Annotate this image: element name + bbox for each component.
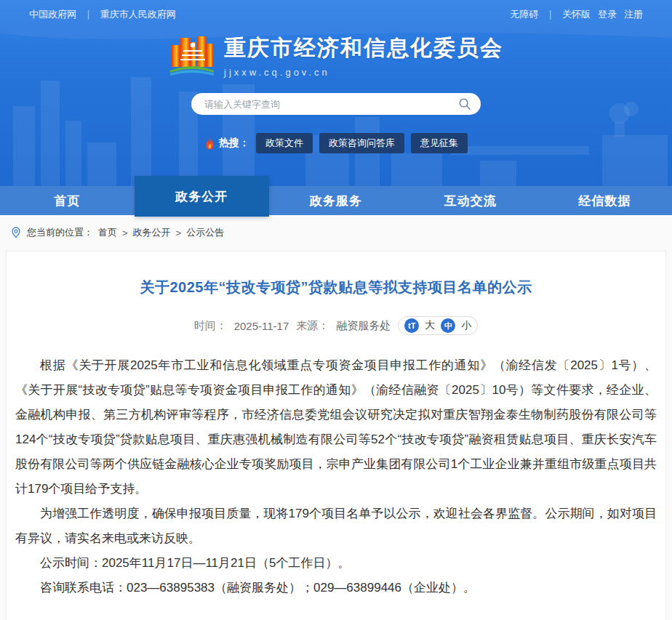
nav-item-gov-disclosure[interactable]: 政务公开 xyxy=(135,176,269,217)
link-care-version[interactable]: 关怀版 xyxy=(562,8,591,21)
nav-item-economic-data[interactable]: 经信数据 xyxy=(537,186,672,215)
topbar-separator: ｜ xyxy=(84,8,93,21)
site-title: 重庆市经济和信息化委员会 xyxy=(224,33,503,63)
main-nav: 首页 政务公开 政务服务 互动交流 经信数据 xyxy=(0,186,672,215)
breadcrumb-prefix: 您当前的位置： xyxy=(27,226,93,239)
top-utility-bar: 中国政府网 ｜ 重庆市人民政府网 无障碍 ｜ 关怀版 登录 注册 xyxy=(0,0,672,29)
search-row xyxy=(0,93,672,115)
topbar-separator: ｜ xyxy=(545,8,555,21)
breadcrumb-public-notices[interactable]: 公示公告 xyxy=(186,226,224,239)
topbar-right-links: 无障碍 ｜ 关怀版 登录 注册 xyxy=(510,8,643,21)
paragraph: 根据《关于开展2025年市工业和信息化领域重点专项资金项目申报工作的通知》（渝经… xyxy=(15,353,657,502)
hot-link-policy-qa[interactable]: 政策咨询问答库 xyxy=(319,133,404,153)
article-body: 根据《关于开展2025年市工业和信息化领域重点专项资金项目申报工作的通知》（渝经… xyxy=(15,353,657,600)
font-size-widget: tT 大 中 小 xyxy=(398,316,478,335)
link-chongqing-gov[interactable]: 重庆市人民政府网 xyxy=(100,8,176,21)
font-size-small-button[interactable]: 小 xyxy=(461,319,471,332)
link-china-gov[interactable]: 中国政府网 xyxy=(29,8,76,21)
site-header: 中国政府网 ｜ 重庆市人民政府网 无障碍 ｜ 关怀版 登录 注册 xyxy=(0,0,672,186)
breadcrumb-separator: > xyxy=(122,228,128,238)
article-meta: 时间： 2025-11-17 来源： 融资服务处 tT 大 中 小 xyxy=(15,316,657,335)
nav-item-home[interactable]: 首页 xyxy=(0,186,135,215)
search-input[interactable] xyxy=(203,98,457,110)
font-size-medium-button[interactable]: 中 xyxy=(441,318,455,333)
location-pin-icon xyxy=(10,227,22,238)
site-brand: 重庆市经济和信息化委员会 jjxxw.cq.gov.cn xyxy=(0,33,672,78)
font-size-large-button[interactable]: 大 xyxy=(425,319,435,332)
article-title: 关于2025年“技改专项贷”贷款贴息等拟支持项目名单的公示 xyxy=(15,278,657,297)
paragraph: 公示时间：2025年11月17日—11月21日（5个工作日）。 xyxy=(15,551,657,576)
font-size-icon[interactable]: tT xyxy=(404,318,419,333)
brand-text: 重庆市经济和信息化委员会 jjxxw.cq.gov.cn xyxy=(224,33,503,78)
hot-link-opinion-solicitation[interactable]: 意见征集 xyxy=(411,133,468,153)
meta-source-label: 来源： xyxy=(296,319,329,333)
breadcrumb: 您当前的位置： 首页 > 政务公开 > 公示公告 xyxy=(0,215,672,247)
link-accessibility[interactable]: 无障碍 xyxy=(510,8,538,21)
hot-link-policy-files[interactable]: 政策文件 xyxy=(256,133,313,153)
hot-search-row: 热搜： 政策文件 政策咨询问答库 意见征集 xyxy=(0,133,672,153)
nav-item-interaction[interactable]: 互动交流 xyxy=(403,186,537,215)
search-icon[interactable] xyxy=(457,97,472,111)
hot-search-label: 热搜： xyxy=(204,137,249,150)
breadcrumb-home[interactable]: 首页 xyxy=(98,226,117,239)
meta-time-value: 2025-11-17 xyxy=(234,320,289,332)
meta-time-label: 时间： xyxy=(194,319,227,333)
agency-emblem-icon xyxy=(169,34,215,78)
search-box xyxy=(191,93,481,115)
breadcrumb-separator: > xyxy=(176,228,182,238)
meta-source-value: 融资服务处 xyxy=(336,319,391,333)
site-url: jjxxw.cq.gov.cn xyxy=(224,67,503,78)
link-register[interactable]: 注册 xyxy=(624,8,643,21)
paragraph: 为增强工作透明度，确保申报项目质量，现将179个项目名单予以公示，欢迎社会各界监… xyxy=(15,502,657,551)
topbar-left-links: 中国政府网 ｜ 重庆市人民政府网 xyxy=(29,8,176,21)
article-panel: 关于2025年“技改专项贷”贷款贴息等拟支持项目名单的公示 时间： 2025-1… xyxy=(6,251,666,620)
nav-item-gov-services[interactable]: 政务服务 xyxy=(269,186,404,215)
paragraph: 咨询联系电话：023—63895383（融资服务处）；029—63899446（… xyxy=(15,576,657,600)
breadcrumb-gov-disclosure[interactable]: 政务公开 xyxy=(133,226,171,239)
link-login[interactable]: 登录 xyxy=(598,8,617,21)
flame-icon xyxy=(204,137,215,150)
